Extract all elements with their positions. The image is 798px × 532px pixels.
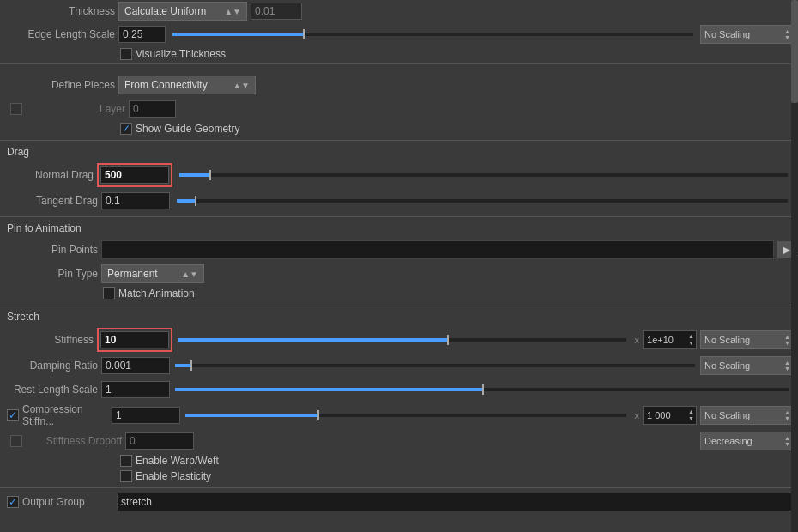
tangent-drag-slider[interactable] bbox=[177, 199, 788, 203]
stiffness-multiplier-value[interactable]: ▲ ▼ bbox=[643, 330, 697, 349]
define-pieces-label: Define Pieces bbox=[3, 79, 115, 91]
damping-ratio-input[interactable] bbox=[101, 357, 170, 374]
edge-length-scale-row: Edge Length Scale No Scaling ▲ ▼ bbox=[0, 22, 798, 46]
scrollbar[interactable]: ⋮⋮ bbox=[791, 0, 798, 532]
main-panel: Thickness Calculate Uniform ▲▼ Edge Leng… bbox=[0, 0, 798, 532]
damping-ratio-row: Damping Ratio No Scaling ▲ ▼ bbox=[0, 354, 798, 378]
normal-drag-label: Normal Drag bbox=[3, 169, 94, 181]
stretch-section-header: Stretch bbox=[0, 307, 798, 326]
rest-length-scale-input[interactable] bbox=[101, 381, 170, 398]
pin-points-label: Pin Points bbox=[3, 244, 98, 256]
stiffness-row: Stiffness x ▲ ▼ No Scaling ▲ ▼ bbox=[0, 326, 798, 354]
rest-length-scale-label: Rest Length Scale bbox=[3, 384, 98, 396]
layer-input[interactable] bbox=[129, 100, 176, 118]
compression-no-scaling-arrows: ▲ ▼ bbox=[784, 409, 790, 421]
pin-type-arrow-icon: ▲▼ bbox=[181, 269, 198, 279]
visualize-thickness-label: Visualize Thickness bbox=[136, 48, 226, 60]
normal-drag-highlight bbox=[97, 163, 172, 187]
stiffness-dropoff-arrows: ▲ ▼ bbox=[784, 435, 790, 447]
show-guide-geometry-row: ✓ Show Guide Geometry bbox=[0, 121, 798, 136]
visualize-thickness-row: Visualize Thickness bbox=[0, 46, 798, 62]
stiffness-multiplier: x bbox=[635, 335, 640, 345]
compression-stiffness-input[interactable] bbox=[112, 407, 180, 424]
damping-ratio-slider[interactable] bbox=[175, 364, 695, 367]
enable-plasticity-checkbox[interactable] bbox=[120, 470, 132, 482]
define-pieces-row: Define Pieces From Connectivity ▲▼ bbox=[0, 73, 798, 97]
match-animation-row: Match Animation bbox=[0, 286, 798, 301]
damping-ratio-no-scaling-arrows: ▲ ▼ bbox=[784, 360, 790, 372]
compression-stiffness-label: Compression Stiffn... bbox=[22, 403, 108, 427]
stiffness-multiplier-input[interactable] bbox=[644, 335, 686, 345]
stiffness-dropoff-dropdown[interactable]: Decreasing ▲ ▼ bbox=[700, 432, 795, 450]
drag-section-header: Drag bbox=[0, 142, 798, 161]
compression-stiffness-checkbox[interactable]: ✓ bbox=[7, 409, 19, 421]
match-animation-checkbox[interactable] bbox=[103, 287, 115, 299]
output-group-row: ✓ Output Group bbox=[0, 490, 798, 514]
layer-row: Layer bbox=[0, 97, 798, 121]
pin-type-label: Pin Type bbox=[3, 268, 98, 280]
compression-multiplier-value[interactable]: ▲ ▼ bbox=[643, 406, 697, 425]
define-pieces-dropdown[interactable]: From Connectivity ▲▼ bbox=[118, 76, 256, 94]
no-scaling-arrows: ▲ ▼ bbox=[784, 28, 790, 40]
compression-stiffness-row: ✓ Compression Stiffn... x ▲ ▼ No Scaling… bbox=[0, 402, 798, 429]
layer-color-square bbox=[10, 103, 22, 115]
thickness-label: Thickness bbox=[3, 5, 115, 17]
tangent-drag-input[interactable] bbox=[101, 192, 170, 209]
stiffness-input[interactable] bbox=[100, 331, 169, 348]
pin-points-input[interactable] bbox=[101, 240, 774, 259]
stiffness-slider[interactable] bbox=[178, 338, 626, 342]
compression-spin-arrows: ▲ ▼ bbox=[686, 408, 696, 423]
show-guide-geometry-checkbox[interactable]: ✓ bbox=[120, 123, 132, 135]
damping-ratio-label: Damping Ratio bbox=[3, 360, 98, 372]
pin-type-dropdown[interactable]: Permanent ▲▼ bbox=[101, 264, 204, 283]
thickness-row: Thickness Calculate Uniform ▲▼ bbox=[0, 0, 798, 22]
pin-points-row: Pin Points ▶ bbox=[0, 238, 798, 262]
output-group-checkbox[interactable]: ✓ bbox=[7, 496, 19, 508]
compression-stiffness-slider[interactable] bbox=[185, 414, 626, 417]
match-animation-label: Match Animation bbox=[118, 287, 195, 299]
normal-drag-input[interactable] bbox=[100, 166, 169, 184]
visualize-thickness-checkbox[interactable] bbox=[120, 48, 132, 60]
damping-ratio-no-scaling[interactable]: No Scaling ▲ ▼ bbox=[700, 356, 795, 375]
stiffness-dropoff-label: Stiffness Dropoff bbox=[26, 435, 122, 447]
stiffness-dropoff-row: Stiffness Dropoff Decreasing ▲ ▼ bbox=[0, 429, 798, 453]
rest-length-scale-slider[interactable] bbox=[175, 388, 789, 391]
show-guide-geometry-label: Show Guide Geometry bbox=[136, 123, 239, 135]
stiffness-highlight bbox=[97, 328, 172, 352]
edge-length-scale-no-scaling[interactable]: No Scaling ▲ ▼ bbox=[700, 25, 795, 44]
dropdown-arrow-icon: ▲▼ bbox=[224, 7, 241, 16]
output-group-input[interactable] bbox=[117, 493, 795, 511]
pin-type-row: Pin Type Permanent ▲▼ bbox=[0, 262, 798, 286]
enable-warp-weft-checkbox[interactable] bbox=[120, 455, 132, 467]
stiffness-dropoff-input[interactable] bbox=[125, 432, 194, 450]
compression-multiplier-input[interactable] bbox=[644, 410, 686, 420]
grid-dots-handle: ⋮⋮ bbox=[791, 249, 798, 257]
output-group-label: Output Group bbox=[22, 496, 117, 508]
stiffness-no-scaling-arrows: ▲ ▼ bbox=[784, 334, 790, 346]
stiffness-dropoff-square bbox=[10, 435, 22, 447]
scrollbar-thumb[interactable] bbox=[791, 0, 798, 103]
edge-length-scale-label: Edge Length Scale bbox=[3, 28, 115, 40]
thickness-value-input[interactable] bbox=[251, 3, 302, 20]
enable-warp-weft-row: Enable Warp/Weft bbox=[0, 453, 798, 469]
normal-drag-slider[interactable] bbox=[179, 173, 788, 177]
enable-plasticity-label: Enable Plasticity bbox=[136, 470, 211, 482]
edge-length-scale-slider[interactable] bbox=[172, 33, 693, 36]
thickness-dropdown[interactable]: Calculate Uniform ▲▼ bbox=[118, 2, 247, 21]
edge-length-scale-input[interactable] bbox=[118, 26, 166, 43]
normal-drag-row: Normal Drag bbox=[0, 161, 798, 189]
stiffness-spin-arrows: ▲ ▼ bbox=[686, 333, 696, 348]
stiffness-label: Stiffness bbox=[3, 334, 94, 346]
tangent-drag-row: Tangent Drag bbox=[0, 189, 798, 213]
pin-to-animation-header: Pin to Animation bbox=[0, 219, 798, 238]
define-pieces-arrow-icon: ▲▼ bbox=[233, 81, 250, 90]
compression-multiplier: x bbox=[635, 410, 640, 420]
enable-warp-weft-label: Enable Warp/Weft bbox=[136, 455, 219, 467]
compression-no-scaling[interactable]: No Scaling ▲ ▼ bbox=[700, 406, 795, 425]
rest-length-scale-row: Rest Length Scale bbox=[0, 378, 798, 402]
layer-label: Layer bbox=[26, 103, 125, 115]
tangent-drag-label: Tangent Drag bbox=[3, 195, 98, 207]
enable-plasticity-row: Enable Plasticity bbox=[0, 469, 798, 484]
stiffness-no-scaling[interactable]: No Scaling ▲ ▼ bbox=[700, 330, 795, 349]
